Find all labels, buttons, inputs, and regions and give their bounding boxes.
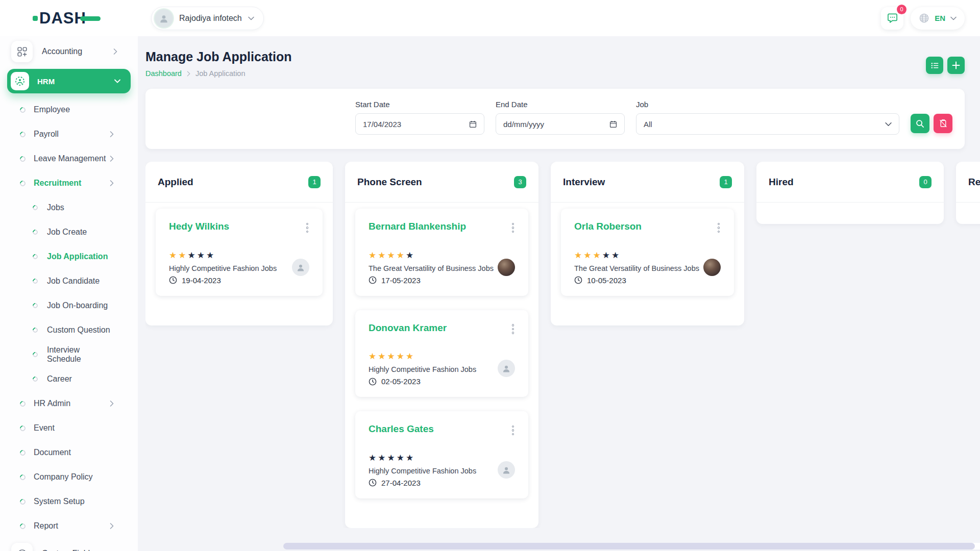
sidebar-item-system-setup[interactable]: System Setup bbox=[0, 489, 138, 514]
column-title: Hired bbox=[769, 177, 794, 188]
kanban-column-phone-screen: Phone Screen3Bernard Blankenship★★★★★The… bbox=[345, 162, 538, 528]
star-filled-icon: ★ bbox=[397, 251, 406, 260]
end-date-value: dd/mm/yyyy bbox=[503, 120, 544, 129]
job-title: The Great Versatility of Business Jobs bbox=[369, 264, 494, 272]
language-code: EN bbox=[935, 14, 945, 22]
sidebar-item-job-on-boarding[interactable]: Job On-boarding bbox=[0, 293, 138, 318]
sidebar-item-jobs[interactable]: Jobs bbox=[0, 195, 138, 220]
sidebar-item-recruitment[interactable]: Recruitment bbox=[0, 171, 138, 195]
hrm-icon bbox=[11, 72, 29, 90]
star-filled-icon: ★ bbox=[369, 352, 378, 361]
star-empty-icon: ★ bbox=[378, 453, 387, 463]
calendar-icon bbox=[609, 120, 617, 128]
star-filled-icon: ★ bbox=[378, 251, 387, 260]
card-menu-kebab-icon[interactable] bbox=[717, 221, 721, 235]
start-date-input[interactable]: 17/04/2023 bbox=[355, 113, 484, 135]
sidebar-item-custom-question[interactable]: Custom Question bbox=[0, 318, 138, 342]
clock-icon bbox=[169, 276, 177, 284]
candidate-name-link[interactable]: Bernard Blankenship bbox=[369, 221, 466, 232]
column-count-badge: 1 bbox=[720, 176, 732, 188]
rating-stars: ★★★★★ bbox=[369, 453, 476, 463]
application-card-orla-roberson[interactable]: Orla Roberson★★★★★The Great Versatility … bbox=[561, 209, 734, 296]
list-view-button[interactable] bbox=[926, 57, 943, 74]
sidebar-item-label: Payroll bbox=[34, 130, 110, 139]
application-card-hedy-wilkins[interactable]: Hedy Wilkins★★★★★Highly Competitive Fash… bbox=[156, 209, 323, 296]
card-menu-kebab-icon[interactable] bbox=[511, 221, 516, 235]
start-date-value: 17/04/2023 bbox=[363, 120, 401, 129]
job-title: The Great Versatility of Business Jobs bbox=[574, 264, 699, 272]
card-menu-kebab-icon[interactable] bbox=[511, 423, 516, 437]
date-text: 19-04-2023 bbox=[182, 276, 221, 285]
sidebar-item-event[interactable]: Event bbox=[0, 416, 138, 440]
bullet-ring-icon bbox=[32, 229, 39, 236]
rating-stars: ★★★★★ bbox=[169, 250, 277, 261]
card-menu-kebab-icon[interactable] bbox=[305, 221, 310, 235]
sidebar-item-document[interactable]: Document bbox=[0, 440, 138, 465]
company-avatar bbox=[155, 9, 173, 28]
sidebar-item-payroll[interactable]: Payroll bbox=[0, 122, 138, 146]
bullet-ring-icon bbox=[32, 278, 39, 285]
top-bar: DASH Rajodiya infotech 0 EN bbox=[0, 0, 980, 36]
sidebar-item-hr-admin[interactable]: HR Admin bbox=[0, 391, 138, 416]
messages-button[interactable]: 0 bbox=[881, 7, 903, 30]
sidebar-item-label: Leave Management bbox=[34, 154, 110, 163]
sidebar-item-leave-management[interactable]: Leave Management bbox=[0, 146, 138, 171]
sidebar-item-interview-schedule[interactable]: Interview Schedule bbox=[0, 342, 138, 367]
bullet-ring-icon bbox=[32, 351, 39, 358]
star-filled-icon: ★ bbox=[369, 251, 378, 260]
chat-icon bbox=[887, 12, 898, 24]
column-header: Hired0 bbox=[756, 162, 944, 203]
page-title: Manage Job Application bbox=[145, 49, 292, 64]
sidebar-item-job-create[interactable]: Job Create bbox=[0, 220, 138, 244]
bullet-ring-icon bbox=[19, 522, 27, 530]
sidebar-item-job-application[interactable]: Job Application bbox=[0, 244, 138, 269]
reset-filter-button[interactable] bbox=[934, 114, 952, 133]
sidebar-item-label: Jobs bbox=[47, 203, 114, 212]
application-date: 10-05-2023 bbox=[574, 276, 699, 285]
candidate-avatar bbox=[498, 461, 515, 479]
job-select[interactable]: All bbox=[636, 113, 899, 135]
end-date-input[interactable]: dd/mm/yyyy bbox=[496, 113, 625, 135]
sidebar-item-label: Employee bbox=[34, 105, 114, 114]
application-card-charles-gates[interactable]: Charles Gates★★★★★Highly Competitive Fas… bbox=[355, 411, 528, 498]
breadcrumb-dashboard[interactable]: Dashboard bbox=[145, 69, 182, 78]
kanban-column-rejected: Rejected bbox=[956, 162, 980, 224]
apply-filter-button[interactable] bbox=[911, 114, 929, 133]
bullet-ring-icon bbox=[19, 130, 27, 138]
candidate-name-link[interactable]: Donovan Kramer bbox=[369, 322, 447, 334]
candidate-name-link[interactable]: Charles Gates bbox=[369, 423, 434, 435]
language-selector[interactable]: EN bbox=[911, 7, 965, 30]
logo-dot-icon bbox=[33, 16, 38, 21]
candidate-name-link[interactable]: Orla Roberson bbox=[574, 221, 642, 232]
clock-icon bbox=[574, 276, 582, 284]
application-card-donovan-kramer[interactable]: Donovan Kramer★★★★★Highly Competitive Fa… bbox=[355, 310, 528, 397]
person-icon bbox=[502, 364, 511, 373]
messages-badge: 0 bbox=[897, 5, 906, 14]
application-card-bernard-blankenship[interactable]: Bernard Blankenship★★★★★The Great Versat… bbox=[355, 209, 528, 296]
card-menu-kebab-icon[interactable] bbox=[511, 322, 516, 336]
add-application-button[interactable] bbox=[947, 57, 965, 74]
column-body: Hedy Wilkins★★★★★Highly Competitive Fash… bbox=[145, 203, 333, 325]
sidebar-item-label: System Setup bbox=[34, 497, 114, 506]
sidebar-item-employee[interactable]: Employee bbox=[0, 97, 138, 122]
app-logo[interactable]: DASH bbox=[0, 9, 138, 28]
company-selector[interactable]: Rajodiya infotech bbox=[151, 7, 264, 30]
sidebar-item-label: Event bbox=[34, 423, 114, 433]
star-empty-icon: ★ bbox=[197, 251, 206, 260]
scrollbar-thumb[interactable] bbox=[283, 543, 975, 549]
star-filled-icon: ★ bbox=[593, 251, 602, 260]
chevron-down-icon bbox=[114, 79, 120, 83]
clock-icon bbox=[369, 276, 377, 284]
candidate-name-link[interactable]: Hedy Wilkins bbox=[169, 221, 229, 232]
sidebar-item-report[interactable]: Report bbox=[0, 514, 138, 538]
star-empty-icon: ★ bbox=[188, 251, 197, 260]
sidebar-item-job-candidate[interactable]: Job Candidate bbox=[0, 269, 138, 293]
sidebar-item-company-policy[interactable]: Company Policy bbox=[0, 465, 138, 489]
star-empty-icon: ★ bbox=[406, 453, 415, 463]
sidebar-item-hrm[interactable]: HRM bbox=[7, 69, 131, 93]
sidebar-item-accounting[interactable]: Accounting bbox=[0, 36, 138, 67]
sidebar-item-career[interactable]: Career bbox=[0, 367, 138, 391]
sidebar-item-custom-field[interactable]: Custom Field bbox=[0, 538, 138, 551]
end-date-label: End Date bbox=[496, 100, 625, 109]
star-empty-icon: ★ bbox=[397, 453, 406, 463]
